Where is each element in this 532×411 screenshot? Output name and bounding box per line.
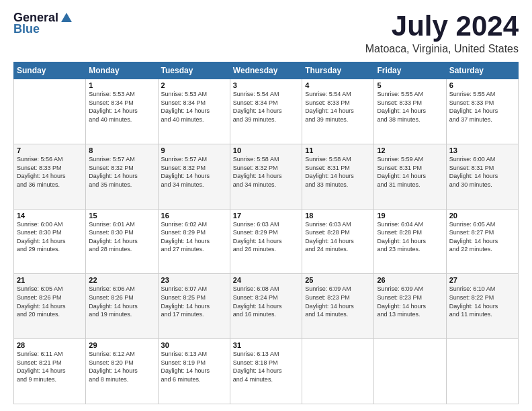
day-info: Sunrise: 6:04 AM Sunset: 8:28 PM Dayligh… bbox=[377, 220, 443, 254]
day-number: 1 bbox=[89, 81, 154, 89]
calendar-table: SundayMondayTuesdayWednesdayThursdayFrid… bbox=[13, 62, 519, 404]
day-info: Sunrise: 5:55 AM Sunset: 8:33 PM Dayligh… bbox=[449, 90, 515, 124]
day-number: 6 bbox=[449, 81, 515, 89]
day-info: Sunrise: 6:02 AM Sunset: 8:29 PM Dayligh… bbox=[161, 220, 227, 254]
day-number: 22 bbox=[89, 276, 154, 284]
logo-icon bbox=[60, 11, 73, 25]
day-number: 28 bbox=[17, 341, 83, 349]
day-number: 19 bbox=[377, 212, 443, 220]
calendar-cell: 4Sunrise: 5:54 AM Sunset: 8:33 PM Daylig… bbox=[302, 79, 374, 144]
day-number: 25 bbox=[305, 276, 371, 284]
calendar-cell: 12Sunrise: 5:59 AM Sunset: 8:31 PM Dayli… bbox=[374, 144, 446, 209]
day-number: 24 bbox=[233, 276, 299, 284]
subtitle: Matoaca, Virginia, United States bbox=[365, 43, 519, 55]
calendar-cell bbox=[302, 339, 374, 404]
day-info: Sunrise: 5:58 AM Sunset: 8:31 PM Dayligh… bbox=[305, 155, 371, 189]
calendar-cell: 22Sunrise: 6:06 AM Sunset: 8:26 PM Dayli… bbox=[86, 274, 158, 339]
day-info: Sunrise: 6:00 AM Sunset: 8:31 PM Dayligh… bbox=[449, 155, 515, 189]
day-number: 14 bbox=[17, 212, 83, 220]
calendar-cell: 9Sunrise: 5:57 AM Sunset: 8:32 PM Daylig… bbox=[158, 144, 230, 209]
day-number: 9 bbox=[161, 146, 227, 154]
day-number: 27 bbox=[449, 276, 515, 284]
day-number: 21 bbox=[17, 276, 83, 284]
day-info: Sunrise: 6:13 AM Sunset: 8:18 PM Dayligh… bbox=[233, 350, 299, 383]
calendar-cell: 15Sunrise: 6:01 AM Sunset: 8:30 PM Dayli… bbox=[86, 209, 158, 274]
day-info: Sunrise: 6:09 AM Sunset: 8:23 PM Dayligh… bbox=[305, 285, 371, 318]
calendar-header-monday: Monday bbox=[86, 62, 158, 79]
day-info: Sunrise: 6:07 AM Sunset: 8:25 PM Dayligh… bbox=[161, 285, 227, 318]
calendar-cell: 6Sunrise: 5:55 AM Sunset: 8:33 PM Daylig… bbox=[446, 79, 518, 144]
header: General Blue July 2024 Matoaca, Virginia… bbox=[13, 11, 519, 55]
day-number: 29 bbox=[89, 341, 154, 349]
day-number: 5 bbox=[377, 81, 443, 89]
calendar-cell: 28Sunrise: 6:11 AM Sunset: 8:21 PM Dayli… bbox=[14, 339, 86, 404]
day-number: 20 bbox=[449, 212, 515, 220]
calendar-cell bbox=[446, 339, 518, 404]
calendar-cell: 30Sunrise: 6:13 AM Sunset: 8:19 PM Dayli… bbox=[158, 339, 230, 404]
calendar-cell: 10Sunrise: 5:58 AM Sunset: 8:32 PM Dayli… bbox=[230, 144, 302, 209]
calendar-cell: 31Sunrise: 6:13 AM Sunset: 8:18 PM Dayli… bbox=[230, 339, 302, 404]
main-title: July 2024 bbox=[365, 11, 519, 42]
day-info: Sunrise: 5:53 AM Sunset: 8:34 PM Dayligh… bbox=[89, 90, 154, 124]
calendar-header-tuesday: Tuesday bbox=[158, 62, 230, 79]
calendar-cell: 18Sunrise: 6:03 AM Sunset: 8:28 PM Dayli… bbox=[302, 209, 374, 274]
calendar-cell: 20Sunrise: 6:05 AM Sunset: 8:27 PM Dayli… bbox=[446, 209, 518, 274]
day-number: 8 bbox=[89, 146, 154, 154]
day-number: 30 bbox=[161, 341, 227, 349]
day-number: 4 bbox=[305, 81, 371, 89]
logo-blue: Blue bbox=[13, 22, 40, 36]
calendar-header-saturday: Saturday bbox=[446, 62, 518, 79]
day-info: Sunrise: 6:08 AM Sunset: 8:24 PM Dayligh… bbox=[233, 285, 299, 318]
day-info: Sunrise: 6:13 AM Sunset: 8:19 PM Dayligh… bbox=[161, 350, 227, 383]
calendar-cell: 8Sunrise: 5:57 AM Sunset: 8:32 PM Daylig… bbox=[86, 144, 158, 209]
logo: General Blue bbox=[13, 11, 73, 36]
calendar-cell: 14Sunrise: 6:00 AM Sunset: 8:30 PM Dayli… bbox=[14, 209, 86, 274]
svg-marker-0 bbox=[61, 13, 72, 22]
calendar-cell: 23Sunrise: 6:07 AM Sunset: 8:25 PM Dayli… bbox=[158, 274, 230, 339]
calendar-cell: 3Sunrise: 5:54 AM Sunset: 8:34 PM Daylig… bbox=[230, 79, 302, 144]
day-number: 3 bbox=[233, 81, 299, 89]
day-number: 2 bbox=[161, 81, 227, 89]
calendar-cell: 2Sunrise: 5:53 AM Sunset: 8:34 PM Daylig… bbox=[158, 79, 230, 144]
calendar-cell: 11Sunrise: 5:58 AM Sunset: 8:31 PM Dayli… bbox=[302, 144, 374, 209]
day-number: 13 bbox=[449, 146, 515, 154]
calendar-header-wednesday: Wednesday bbox=[230, 62, 302, 79]
calendar-cell: 25Sunrise: 6:09 AM Sunset: 8:23 PM Dayli… bbox=[302, 274, 374, 339]
day-info: Sunrise: 6:09 AM Sunset: 8:23 PM Dayligh… bbox=[377, 285, 443, 318]
day-number: 18 bbox=[305, 212, 371, 220]
day-number: 16 bbox=[161, 212, 227, 220]
day-info: Sunrise: 6:12 AM Sunset: 8:20 PM Dayligh… bbox=[89, 350, 154, 383]
day-number: 10 bbox=[233, 146, 299, 154]
calendar-cell: 16Sunrise: 6:02 AM Sunset: 8:29 PM Dayli… bbox=[158, 209, 230, 274]
day-info: Sunrise: 5:59 AM Sunset: 8:31 PM Dayligh… bbox=[377, 155, 443, 189]
day-info: Sunrise: 5:53 AM Sunset: 8:34 PM Dayligh… bbox=[161, 90, 227, 124]
day-number: 17 bbox=[233, 212, 299, 220]
page: General Blue July 2024 Matoaca, Virginia… bbox=[0, 0, 532, 411]
day-number: 7 bbox=[17, 146, 83, 154]
calendar-cell: 13Sunrise: 6:00 AM Sunset: 8:31 PM Dayli… bbox=[446, 144, 518, 209]
day-info: Sunrise: 5:58 AM Sunset: 8:32 PM Dayligh… bbox=[233, 155, 299, 189]
day-info: Sunrise: 6:10 AM Sunset: 8:22 PM Dayligh… bbox=[449, 285, 515, 318]
calendar-header-thursday: Thursday bbox=[302, 62, 374, 79]
calendar-cell: 17Sunrise: 6:03 AM Sunset: 8:29 PM Dayli… bbox=[230, 209, 302, 274]
day-info: Sunrise: 6:05 AM Sunset: 8:27 PM Dayligh… bbox=[449, 220, 515, 254]
day-number: 23 bbox=[161, 276, 227, 284]
calendar-cell: 29Sunrise: 6:12 AM Sunset: 8:20 PM Dayli… bbox=[86, 339, 158, 404]
day-info: Sunrise: 5:57 AM Sunset: 8:32 PM Dayligh… bbox=[161, 155, 227, 189]
calendar-cell bbox=[14, 79, 86, 144]
calendar-cell: 19Sunrise: 6:04 AM Sunset: 8:28 PM Dayli… bbox=[374, 209, 446, 274]
day-info: Sunrise: 5:54 AM Sunset: 8:33 PM Dayligh… bbox=[305, 90, 371, 124]
calendar-cell: 24Sunrise: 6:08 AM Sunset: 8:24 PM Dayli… bbox=[230, 274, 302, 339]
day-info: Sunrise: 6:11 AM Sunset: 8:21 PM Dayligh… bbox=[17, 350, 83, 383]
day-number: 31 bbox=[233, 341, 299, 349]
day-number: 26 bbox=[377, 276, 443, 284]
calendar-cell: 26Sunrise: 6:09 AM Sunset: 8:23 PM Dayli… bbox=[374, 274, 446, 339]
day-info: Sunrise: 5:57 AM Sunset: 8:32 PM Dayligh… bbox=[89, 155, 154, 189]
calendar-cell: 21Sunrise: 6:05 AM Sunset: 8:26 PM Dayli… bbox=[14, 274, 86, 339]
calendar-cell: 7Sunrise: 5:56 AM Sunset: 8:33 PM Daylig… bbox=[14, 144, 86, 209]
day-info: Sunrise: 6:03 AM Sunset: 8:29 PM Dayligh… bbox=[233, 220, 299, 254]
calendar-header-friday: Friday bbox=[374, 62, 446, 79]
calendar-cell bbox=[374, 339, 446, 404]
day-info: Sunrise: 5:56 AM Sunset: 8:33 PM Dayligh… bbox=[17, 155, 83, 189]
day-info: Sunrise: 5:55 AM Sunset: 8:33 PM Dayligh… bbox=[377, 90, 443, 124]
